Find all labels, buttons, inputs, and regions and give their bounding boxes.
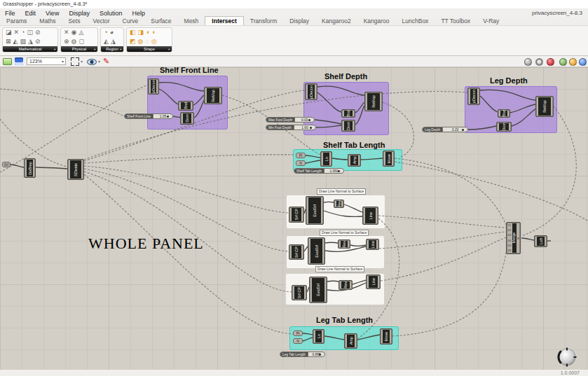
ribbon-icons-row[interactable]: ✕◉◬ — [61, 28, 97, 37]
node-pdecon[interactable]: pDecon — [467, 88, 480, 105]
ribbon-icons-row[interactable]: ◧◨◖◗ — [127, 28, 172, 37]
node-evalsrf[interactable]: EvalSrf — [308, 237, 325, 265]
tab-tttoolbox[interactable]: TT Toolbox — [435, 17, 477, 25]
slider-leg-tab-length[interactable]: Leg Tab Length 0.880 — [280, 351, 325, 357]
node-evalsrf[interactable]: EvalSrf — [306, 196, 324, 225]
node-n-param[interactable]: N — [296, 160, 306, 166]
slider-max-foot-depth[interactable]: Max Foot Depth 0.03 — [266, 117, 315, 123]
menu-view[interactable]: View — [41, 10, 64, 17]
preview-wireframe-icon[interactable] — [535, 58, 543, 66]
node-srfcp[interactable]: Srf CP — [289, 244, 304, 260]
node-debrep[interactable]: DeBrep — [24, 158, 36, 178]
zoom-extents-icon[interactable] — [71, 57, 79, 66]
node-amp[interactable]: Amp — [348, 154, 361, 167]
node-pt-param[interactable]: Pt — [296, 153, 306, 158]
ribbon-group-label[interactable]: Mathematical — [3, 46, 57, 52]
tab-lunchbox[interactable]: LunchBox — [396, 17, 435, 25]
chevron-down-icon[interactable]: ▾ — [81, 59, 83, 64]
node-move[interactable]: Move — [380, 328, 392, 344]
display-green-sphere-icon[interactable] — [559, 58, 567, 66]
node-bnd[interactable]: Bnd — [178, 101, 193, 111]
preview-shaded-icon[interactable] — [547, 58, 554, 66]
window-titlebar[interactable]: Grasshopper - privacyscreen_4-8.3* — [0, 0, 588, 8]
menu-help[interactable]: Help — [127, 10, 150, 17]
open-file-icon[interactable] — [3, 58, 12, 65]
node-remap[interactable]: ReMap — [535, 96, 554, 117]
ribbon-icons-row[interactable]: ◭◮ — [101, 37, 123, 46]
ribbon-icons-row[interactable]: ⊠◭▨◮⊘ — [3, 37, 57, 46]
node-rev[interactable]: Rev — [334, 200, 344, 208]
node-ln[interactable]: Ln — [313, 329, 324, 344]
display-orange-sphere-icon[interactable] — [569, 58, 577, 66]
tab-kangaroo2[interactable]: Kangaroo2 — [315, 17, 357, 25]
menu-solution[interactable]: Solution — [95, 10, 128, 17]
slider-shelf-tab-length[interactable]: Shelf Tab Length 1.050 — [294, 168, 344, 174]
node-srf-param[interactable]: Srf — [2, 162, 11, 167]
node-srfcp[interactable]: Srf CP — [292, 285, 307, 300]
node-pdecon[interactable]: pDecon — [305, 83, 317, 100]
tab-vray[interactable]: V-Ray — [477, 17, 505, 25]
node-rev[interactable]: Rev — [339, 280, 353, 290]
menu-file[interactable]: File — [0, 10, 20, 17]
node-line[interactable]: Line — [362, 207, 378, 225]
node-dom[interactable]: Dom — [496, 122, 512, 132]
node-dom[interactable]: Dom — [180, 112, 194, 125]
node-sdivide[interactable]: SDivide — [67, 159, 84, 180]
tab-transform[interactable]: Transform — [244, 17, 283, 25]
tab-sets[interactable]: Sets — [62, 17, 86, 25]
menu-display[interactable]: Display — [64, 10, 95, 17]
node-srfcp[interactable]: Srf CP — [289, 207, 304, 223]
node-dom[interactable]: Dom — [341, 120, 355, 132]
expand-icon[interactable]: + — [119, 46, 122, 52]
ribbon-icons-row[interactable]: ◩◍◌◎ — [127, 37, 172, 46]
expand-icon[interactable]: + — [93, 46, 96, 52]
ribbon-group-label[interactable]: Shape — [127, 46, 172, 52]
merge-output-port: R — [517, 237, 520, 240]
status-bar: 1.0.0007 — [0, 370, 588, 376]
node-remap[interactable]: ReMap — [364, 92, 383, 111]
zoom-level-select[interactable]: 123% ▾ — [27, 57, 66, 65]
node-bnd[interactable]: Bnd — [498, 109, 510, 118]
node-merge[interactable]: D1D2 D3D4 D5D6 Merge R — [506, 222, 521, 254]
tab-params[interactable]: Params — [0, 17, 33, 25]
tab-surface[interactable]: Surface — [144, 17, 177, 25]
node-n-param[interactable]: N — [293, 338, 303, 344]
ribbon-icons-row[interactable]: ⊗◍◻ — [61, 37, 97, 46]
node-amp[interactable]: Amp — [344, 333, 357, 349]
preview-eye-icon[interactable] — [87, 59, 97, 65]
sketch-pencil-icon[interactable]: ✎ — [103, 57, 109, 66]
tab-display[interactable]: Display — [283, 17, 315, 25]
preview-off-icon[interactable] — [524, 58, 532, 66]
node-bnd[interactable]: Bnd — [341, 109, 355, 118]
slider-shelf-front-line[interactable]: Shelf Front Line 1.05 — [124, 113, 173, 119]
tab-mesh[interactable]: Mesh — [178, 17, 205, 25]
node-line[interactable]: Line — [366, 274, 381, 289]
canvas-compass-widget[interactable] — [556, 346, 578, 368]
tab-curve[interactable]: Curve — [116, 17, 145, 25]
ribbon-group-label[interactable]: Physical — [61, 46, 97, 52]
node-line[interactable]: Line — [366, 239, 379, 250]
chevron-down-icon[interactable]: ▾ — [98, 59, 100, 64]
node-ln[interactable]: Ln — [320, 151, 332, 167]
expand-icon[interactable]: + — [53, 46, 56, 52]
save-file-icon[interactable] — [15, 57, 23, 65]
tab-kangaroo[interactable]: Kangaroo — [357, 17, 396, 25]
expand-icon[interactable]: + — [167, 46, 170, 52]
node-pdecon[interactable]: pDecon — [148, 78, 159, 95]
node-rev[interactable]: Rev — [338, 239, 350, 249]
group-title-shelf-tab-length: Shelf Tab Length — [323, 141, 385, 149]
ribbon-icons-row[interactable]: ◪✕◔◫⊘ — [3, 28, 57, 37]
node-move[interactable]: Move — [383, 151, 395, 167]
menu-edit[interactable]: Edit — [20, 10, 41, 17]
tab-vector[interactable]: Vector — [86, 17, 116, 25]
node-remap[interactable]: ReMap — [204, 87, 222, 104]
slider-min-foot-depth[interactable]: Min Foot Depth 1.60 — [266, 125, 316, 130]
node-pt-param[interactable]: Pt — [293, 330, 303, 336]
node-evalsrf[interactable]: EvalSrf — [309, 277, 327, 303]
ribbon-icons-row[interactable]: ◔◕ — [101, 28, 123, 37]
tab-maths[interactable]: Maths — [33, 17, 62, 25]
display-blue-sphere-icon[interactable] — [579, 58, 587, 66]
tab-intersect[interactable]: Intersect — [205, 16, 243, 25]
node-loft[interactable]: Loft — [534, 235, 547, 247]
slider-leg-depth[interactable]: Leg Depth 0.23 — [422, 127, 468, 132]
